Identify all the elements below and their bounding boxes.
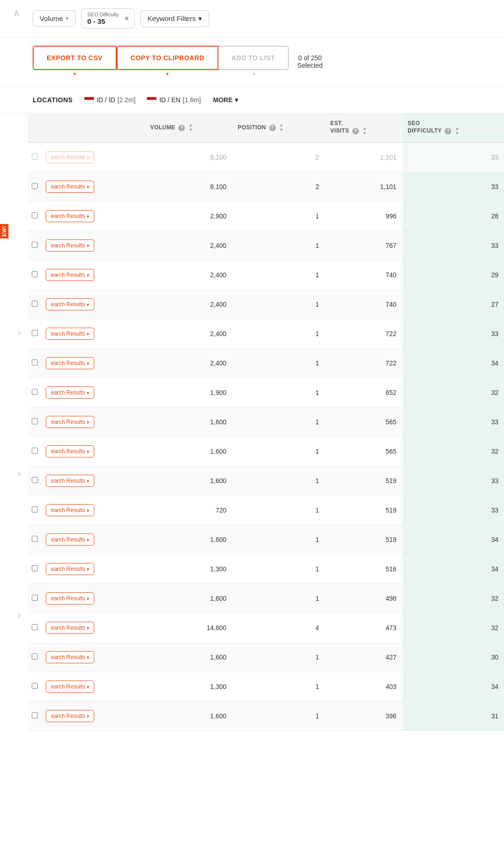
scroll-up-arrow[interactable]: ∧ (13, 7, 20, 18)
volume-cell: 2,400 (145, 349, 232, 378)
checkbox-cell[interactable] (28, 202, 42, 231)
checkbox-cell[interactable] (28, 260, 42, 290)
row-checkbox[interactable] (32, 683, 38, 689)
add-to-list-button[interactable]: ADD TO LIST (218, 46, 289, 70)
seo-difficulty-filter[interactable]: SEO Difficulty 0 - 35 × (81, 8, 135, 28)
seo-filter-close[interactable]: × (125, 14, 129, 23)
checkbox-cell[interactable] (28, 496, 42, 525)
search-results-button[interactable]: earch Results ▾ (46, 622, 94, 634)
checkbox-cell[interactable] (28, 672, 42, 702)
checkbox-cell[interactable] (28, 407, 42, 437)
keyword-cell: earch Results ▾ (42, 672, 145, 702)
row-checkbox[interactable] (32, 536, 38, 542)
est-visits-cell: 996 (325, 202, 402, 231)
expand-arrow-3[interactable]: › (18, 610, 21, 620)
search-results-button[interactable]: earch Results ▾ (46, 386, 94, 399)
row-checkbox[interactable] (32, 448, 38, 454)
row-checkbox[interactable] (32, 712, 38, 718)
est-visits-cell: 740 (325, 260, 402, 290)
position-help-icon[interactable]: ? (269, 125, 276, 131)
row-checkbox[interactable] (32, 154, 38, 160)
keyword-cell: earch Results ▾ (42, 613, 145, 643)
checkbox-cell[interactable] (28, 349, 42, 378)
search-results-button[interactable]: earch Results ▾ (46, 681, 94, 693)
row-checkbox[interactable] (32, 330, 38, 336)
row-checkbox[interactable] (32, 624, 38, 630)
checkbox-cell[interactable] (28, 319, 42, 349)
location-id-en-code: ID / EN (159, 96, 180, 104)
checkbox-cell[interactable] (28, 378, 42, 407)
search-results-button[interactable]: earch Results ▾ (46, 416, 94, 428)
row-checkbox[interactable] (32, 183, 38, 189)
search-results-button[interactable]: earch Results ▾ (46, 210, 94, 222)
row-checkbox[interactable] (32, 242, 38, 248)
row-checkbox[interactable] (32, 595, 38, 601)
volume-cell: 1,600 (145, 584, 232, 613)
search-results-button[interactable]: earch Results ▾ (46, 328, 94, 340)
checkbox-cell[interactable] (28, 702, 42, 731)
search-results-button[interactable]: earch Results ▾ (46, 710, 94, 722)
row-checkbox[interactable] (32, 565, 38, 571)
expand-arrow-1[interactable]: › (18, 327, 21, 337)
search-results-button[interactable]: earch Results ▾ (46, 151, 94, 163)
volume-sort-icon[interactable]: ▲▼ (189, 123, 193, 132)
search-results-button[interactable]: earch Results ▾ (46, 357, 94, 369)
search-results-button[interactable]: earch Results ▾ (46, 239, 94, 252)
checkbox-cell[interactable] (28, 172, 42, 202)
est-visits-help-icon[interactable]: ? (352, 128, 359, 134)
more-button[interactable]: MORE ▾ (213, 96, 238, 104)
search-results-button[interactable]: earch Results ▾ (46, 181, 94, 193)
seo-diff-help-icon[interactable]: ? (445, 128, 451, 134)
volume-help-icon[interactable]: ? (178, 125, 185, 131)
copy-clipboard-button[interactable]: COPY TO CLIPBOARD (117, 46, 218, 70)
search-results-button[interactable]: earch Results ▾ (46, 269, 94, 281)
checkbox-cell[interactable] (28, 525, 42, 555)
row-checkbox[interactable] (32, 477, 38, 483)
row-checkbox[interactable] (32, 359, 38, 365)
position-sort-icon[interactable]: ▲▼ (279, 123, 283, 132)
search-results-button[interactable]: earch Results ▾ (46, 445, 94, 457)
keyword-filters[interactable]: Keyword Filters ▾ (140, 10, 209, 27)
keyword-cell: earch Results ▾ (42, 407, 145, 437)
volume-cell: 1,600 (145, 466, 232, 496)
expand-arrow-2[interactable]: › (18, 468, 21, 479)
search-results-button[interactable]: earch Results ▾ (46, 504, 94, 516)
checkbox-cell[interactable] (28, 555, 42, 584)
volume-cell: 14,800 (145, 613, 232, 643)
position-cell: 1 (232, 378, 324, 407)
keyword-cell: earch Results ▾ (42, 290, 145, 319)
row-checkbox[interactable] (32, 418, 38, 424)
seo-difficulty-cell: 33 (402, 142, 504, 172)
table-row: earch Results ▾ 1,600 1 519 33 (28, 466, 504, 496)
export-csv-button[interactable]: EXPORT TO CSV (33, 46, 117, 70)
checkbox-cell[interactable] (28, 466, 42, 496)
row-checkbox[interactable] (32, 301, 38, 307)
volume-filter[interactable]: Volume ▾ (33, 10, 76, 27)
keyword-cell: earch Results ▾ (42, 260, 145, 290)
search-results-button[interactable]: earch Results ▾ (46, 298, 94, 310)
row-checkbox[interactable] (32, 271, 38, 277)
seo-difficulty-header: SEODIFFICULTY ? ▲▼ (402, 113, 504, 142)
search-results-button[interactable]: earch Results ▾ (46, 651, 94, 663)
checkbox-cell[interactable] (28, 290, 42, 319)
search-results-button[interactable]: earch Results ▾ (46, 534, 94, 546)
seo-diff-sort-icon[interactable]: ▲▼ (455, 126, 459, 135)
checkbox-cell[interactable] (28, 584, 42, 613)
est-visits-sort-icon[interactable]: ▲▼ (363, 126, 367, 135)
checkbox-cell[interactable] (28, 437, 42, 466)
row-checkbox[interactable] (32, 212, 38, 218)
checkbox-cell[interactable] (28, 142, 42, 172)
search-results-button[interactable]: earch Results ▾ (46, 475, 94, 487)
row-checkbox[interactable] (32, 506, 38, 513)
search-results-button[interactable]: earch Results ▾ (46, 592, 94, 604)
checkbox-cell[interactable] (28, 613, 42, 643)
search-results-button[interactable]: earch Results ▾ (46, 563, 94, 575)
location-id-id[interactable]: ID / ID [2.2m] (80, 94, 140, 105)
volume-cell: 2,400 (145, 319, 232, 349)
checkbox-cell[interactable] (28, 643, 42, 672)
location-id-en[interactable]: ID / EN [1.6m] (143, 94, 204, 105)
est-visits-cell: 565 (325, 437, 402, 466)
row-checkbox[interactable] (32, 653, 38, 660)
row-checkbox[interactable] (32, 389, 38, 395)
checkbox-cell[interactable] (28, 231, 42, 260)
